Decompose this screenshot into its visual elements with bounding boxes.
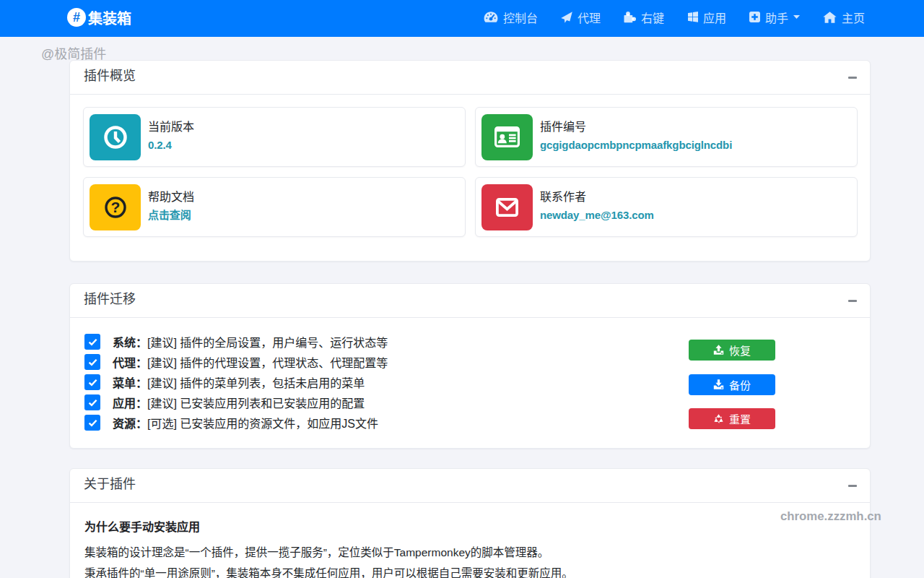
svg-text:?: ? (110, 199, 120, 215)
